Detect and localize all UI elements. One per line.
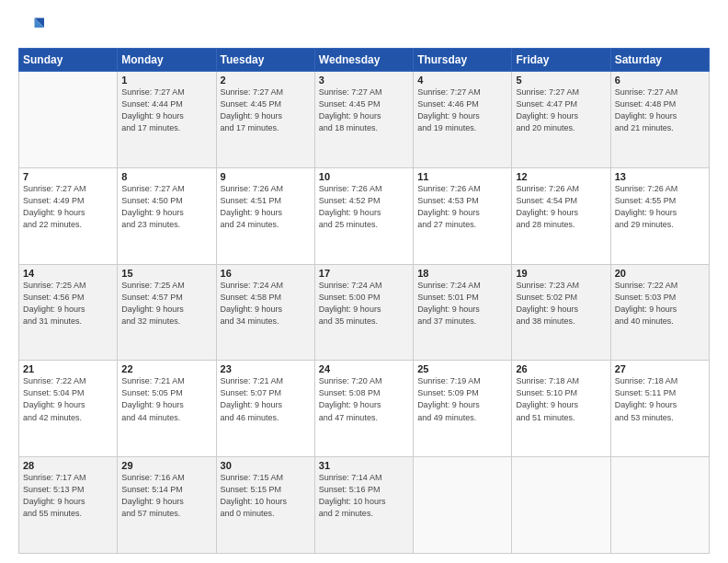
calendar-cell [610, 457, 709, 554]
day-info: Sunrise: 7:23 AM Sunset: 5:02 PM Dayligh… [516, 280, 606, 327]
day-number: 7 [23, 171, 113, 182]
calendar-cell: 14Sunrise: 7:25 AM Sunset: 4:56 PM Dayli… [19, 264, 118, 361]
day-number: 29 [121, 460, 211, 471]
calendar-cell: 22Sunrise: 7:21 AM Sunset: 5:05 PM Dayli… [118, 361, 216, 457]
day-number: 27 [615, 363, 705, 374]
calendar-cell: 20Sunrise: 7:22 AM Sunset: 5:03 PM Dayli… [610, 264, 709, 361]
day-number: 26 [516, 363, 606, 374]
weekday-header: Thursday [414, 49, 512, 72]
calendar-cell: 19Sunrise: 7:23 AM Sunset: 5:02 PM Dayli… [512, 264, 610, 361]
day-number: 21 [23, 363, 113, 374]
calendar-cell: 16Sunrise: 7:24 AM Sunset: 4:58 PM Dayli… [216, 264, 314, 361]
day-number: 1 [121, 75, 211, 86]
calendar-table: SundayMondayTuesdayWednesdayThursdayFrid… [18, 48, 710, 554]
day-info: Sunrise: 7:18 AM Sunset: 5:11 PM Dayligh… [615, 375, 705, 423]
day-number: 11 [417, 171, 507, 182]
day-info: Sunrise: 7:27 AM Sunset: 4:45 PM Dayligh… [319, 86, 409, 134]
day-number: 19 [516, 268, 606, 279]
day-info: Sunrise: 7:17 AM Sunset: 5:13 PM Dayligh… [23, 472, 113, 520]
day-number: 13 [615, 171, 705, 182]
calendar-cell: 8Sunrise: 7:27 AM Sunset: 4:50 PM Daylig… [118, 167, 216, 264]
day-number: 30 [221, 460, 311, 471]
calendar-cell: 28Sunrise: 7:17 AM Sunset: 5:13 PM Dayli… [19, 457, 118, 554]
day-number: 6 [615, 75, 705, 86]
calendar-cell: 27Sunrise: 7:18 AM Sunset: 5:11 PM Dayli… [610, 361, 709, 457]
calendar-cell: 1Sunrise: 7:27 AM Sunset: 4:44 PM Daylig… [118, 72, 216, 168]
day-number: 16 [221, 268, 311, 279]
day-number: 12 [516, 171, 606, 182]
calendar-cell: 10Sunrise: 7:26 AM Sunset: 4:52 PM Dayli… [314, 167, 413, 264]
day-number: 28 [23, 460, 113, 471]
day-info: Sunrise: 7:24 AM Sunset: 4:58 PM Dayligh… [221, 280, 311, 327]
weekday-header: Friday [512, 49, 610, 72]
day-info: Sunrise: 7:27 AM Sunset: 4:48 PM Dayligh… [615, 86, 705, 134]
calendar-cell: 6Sunrise: 7:27 AM Sunset: 4:48 PM Daylig… [610, 72, 709, 168]
day-info: Sunrise: 7:25 AM Sunset: 4:57 PM Dayligh… [121, 280, 211, 327]
calendar-cell: 23Sunrise: 7:21 AM Sunset: 5:07 PM Dayli… [216, 361, 314, 457]
calendar-cell: 3Sunrise: 7:27 AM Sunset: 4:45 PM Daylig… [314, 72, 413, 168]
day-info: Sunrise: 7:27 AM Sunset: 4:46 PM Dayligh… [417, 86, 507, 134]
day-number: 8 [121, 171, 211, 182]
calendar-cell: 2Sunrise: 7:27 AM Sunset: 4:45 PM Daylig… [216, 72, 314, 168]
day-info: Sunrise: 7:18 AM Sunset: 5:10 PM Dayligh… [516, 375, 606, 423]
day-info: Sunrise: 7:27 AM Sunset: 4:45 PM Dayligh… [221, 86, 311, 134]
day-info: Sunrise: 7:22 AM Sunset: 5:03 PM Dayligh… [615, 280, 705, 327]
day-info: Sunrise: 7:21 AM Sunset: 5:05 PM Dayligh… [121, 375, 211, 423]
day-info: Sunrise: 7:27 AM Sunset: 4:47 PM Dayligh… [516, 86, 606, 134]
calendar-cell: 5Sunrise: 7:27 AM Sunset: 4:47 PM Daylig… [512, 72, 610, 168]
logo [18, 15, 48, 40]
calendar-cell: 31Sunrise: 7:14 AM Sunset: 5:16 PM Dayli… [314, 457, 413, 554]
calendar-cell: 21Sunrise: 7:22 AM Sunset: 5:04 PM Dayli… [19, 361, 118, 457]
day-info: Sunrise: 7:14 AM Sunset: 5:16 PM Dayligh… [319, 472, 409, 520]
calendar-week-row: 21Sunrise: 7:22 AM Sunset: 5:04 PM Dayli… [19, 361, 710, 457]
day-info: Sunrise: 7:27 AM Sunset: 4:49 PM Dayligh… [23, 183, 113, 231]
day-info: Sunrise: 7:26 AM Sunset: 4:52 PM Dayligh… [319, 183, 409, 231]
calendar-week-row: 1Sunrise: 7:27 AM Sunset: 4:44 PM Daylig… [19, 72, 710, 168]
logo-icon [18, 15, 44, 40]
day-info: Sunrise: 7:19 AM Sunset: 5:09 PM Dayligh… [417, 375, 507, 423]
day-number: 15 [121, 268, 211, 279]
day-number: 24 [319, 363, 409, 374]
calendar-week-row: 14Sunrise: 7:25 AM Sunset: 4:56 PM Dayli… [19, 264, 710, 361]
day-number: 22 [121, 363, 211, 374]
header [18, 15, 710, 40]
weekday-header: Saturday [610, 49, 709, 72]
calendar-cell: 4Sunrise: 7:27 AM Sunset: 4:46 PM Daylig… [414, 72, 512, 168]
day-number: 10 [319, 171, 409, 182]
calendar-cell: 29Sunrise: 7:16 AM Sunset: 5:14 PM Dayli… [118, 457, 216, 554]
calendar-week-row: 7Sunrise: 7:27 AM Sunset: 4:49 PM Daylig… [19, 167, 710, 264]
day-info: Sunrise: 7:24 AM Sunset: 5:01 PM Dayligh… [417, 280, 507, 327]
day-number: 9 [221, 171, 311, 182]
calendar-cell: 11Sunrise: 7:26 AM Sunset: 4:53 PM Dayli… [414, 167, 512, 264]
day-number: 23 [221, 363, 311, 374]
calendar-cell: 7Sunrise: 7:27 AM Sunset: 4:49 PM Daylig… [19, 167, 118, 264]
calendar-cell [512, 457, 610, 554]
day-info: Sunrise: 7:26 AM Sunset: 4:53 PM Dayligh… [417, 183, 507, 231]
weekday-header: Sunday [19, 49, 118, 72]
day-info: Sunrise: 7:25 AM Sunset: 4:56 PM Dayligh… [23, 280, 113, 327]
day-info: Sunrise: 7:27 AM Sunset: 4:50 PM Dayligh… [121, 183, 211, 231]
calendar-cell: 12Sunrise: 7:26 AM Sunset: 4:54 PM Dayli… [512, 167, 610, 264]
calendar-cell: 9Sunrise: 7:26 AM Sunset: 4:51 PM Daylig… [216, 167, 314, 264]
day-number: 4 [417, 75, 507, 86]
day-info: Sunrise: 7:26 AM Sunset: 4:55 PM Dayligh… [615, 183, 705, 231]
day-info: Sunrise: 7:21 AM Sunset: 5:07 PM Dayligh… [221, 375, 311, 423]
day-info: Sunrise: 7:26 AM Sunset: 4:51 PM Dayligh… [221, 183, 311, 231]
day-number: 17 [319, 268, 409, 279]
day-info: Sunrise: 7:24 AM Sunset: 5:00 PM Dayligh… [319, 280, 409, 327]
day-number: 14 [23, 268, 113, 279]
day-number: 25 [417, 363, 507, 374]
calendar-cell [19, 72, 118, 168]
calendar-header-row: SundayMondayTuesdayWednesdayThursdayFrid… [19, 49, 710, 72]
day-info: Sunrise: 7:16 AM Sunset: 5:14 PM Dayligh… [121, 472, 211, 520]
calendar-cell: 13Sunrise: 7:26 AM Sunset: 4:55 PM Dayli… [610, 167, 709, 264]
day-number: 2 [221, 75, 311, 86]
day-number: 3 [319, 75, 409, 86]
calendar-week-row: 28Sunrise: 7:17 AM Sunset: 5:13 PM Dayli… [19, 457, 710, 554]
weekday-header: Wednesday [314, 49, 413, 72]
calendar-cell [414, 457, 512, 554]
day-info: Sunrise: 7:27 AM Sunset: 4:44 PM Dayligh… [121, 86, 211, 134]
day-number: 20 [615, 268, 705, 279]
calendar-cell: 30Sunrise: 7:15 AM Sunset: 5:15 PM Dayli… [216, 457, 314, 554]
day-number: 5 [516, 75, 606, 86]
